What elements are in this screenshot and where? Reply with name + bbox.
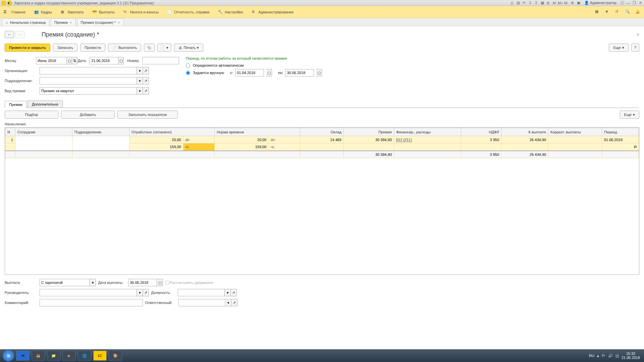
nav-back-button[interactable]: ← <box>5 31 14 38</box>
dropdown-icon[interactable]: ▾ <box>137 87 143 95</box>
tray-flag-icon[interactable]: 🏳 <box>602 354 605 358</box>
apps-icon[interactable]: ▦ <box>595 9 600 15</box>
tb-icon[interactable]: ↧ <box>534 1 539 5</box>
nav-forward-button[interactable]: → <box>15 31 25 38</box>
tb-icon[interactable]: ▦ <box>540 1 545 5</box>
cell-dept[interactable] <box>72 136 129 151</box>
pay-button[interactable]: 📄Выплатить <box>108 44 141 52</box>
search-icon[interactable]: 🔍 <box>625 9 631 15</box>
tab-bonus-create[interactable]: Премия (создание) *× <box>77 18 124 26</box>
section-admin[interactable]: ⚙Администрирование <box>252 10 293 14</box>
maximize-icon[interactable]: ❐ <box>632 1 637 5</box>
position-input[interactable] <box>178 289 225 296</box>
open-icon[interactable]: ↗ <box>143 87 149 95</box>
app-menu-dropdown-icon[interactable]: ▾ <box>7 1 12 5</box>
post-and-close-button[interactable]: Провести и закрыть <box>5 44 50 52</box>
col-corr[interactable]: Коррект. выплаты <box>548 128 602 136</box>
create-based-on-button[interactable]: 📄 ▾ <box>157 44 171 52</box>
tab-additional[interactable]: Дополнительно <box>28 101 63 108</box>
bonus-type-input[interactable] <box>40 87 137 95</box>
comment-input[interactable] <box>40 299 143 306</box>
dropdown-icon[interactable]: ▾ <box>137 67 143 74</box>
star-icon[interactable]: ★ <box>605 9 610 15</box>
payment-date-input[interactable] <box>128 279 157 286</box>
tray-net-icon[interactable]: ◫ <box>615 354 619 358</box>
current-user[interactable]: 👤 Администратор <box>582 1 619 5</box>
tb-icon[interactable]: ▥ <box>516 1 521 5</box>
taskbar-app[interactable]: ▶ <box>62 351 76 361</box>
tb-icon[interactable]: 🗓 <box>546 1 551 5</box>
add-button[interactable]: Добавить <box>61 111 115 119</box>
tab-bonuses[interactable]: Премии <box>5 101 27 108</box>
section-taxes[interactable]: %Налоги и взносы <box>123 10 159 14</box>
finance-link[interactable]: 012 (211) <box>396 138 412 142</box>
col-employee[interactable]: Сотрудник <box>15 128 72 136</box>
manager-input[interactable] <box>40 289 137 296</box>
cell-employee[interactable] <box>15 136 72 151</box>
tb-icon[interactable]: ⊕ <box>570 1 575 5</box>
table-row[interactable]: 1 20,00 дн. 20,00 дн. 14 469 30 384,90 0… <box>5 136 639 143</box>
section-salary[interactable]: ▦Зарплата <box>61 10 84 14</box>
minimize-icon[interactable]: — <box>626 1 631 5</box>
tray-up-icon[interactable]: ▴ <box>597 354 599 358</box>
taskbar-app[interactable]: 🎨 <box>109 351 122 361</box>
burger-icon[interactable]: ☰ <box>3 10 7 14</box>
taskbar-app[interactable]: 📁 <box>47 351 60 361</box>
payment-mode-input[interactable] <box>40 279 90 286</box>
accruals-table[interactable]: N Сотрудник Подразделение Отработано (оп… <box>5 127 639 275</box>
tb-icon[interactable]: M+ <box>558 1 563 5</box>
section-settings[interactable]: 🔧Настройка <box>218 10 243 14</box>
start-button[interactable]: ⊞ <box>3 350 14 361</box>
period-to-input[interactable] <box>285 69 314 76</box>
dropdown-icon[interactable]: ▾ <box>225 289 231 296</box>
close-icon[interactable]: ✕ <box>638 1 643 5</box>
calendar-icon[interactable]: ▢ <box>316 69 322 76</box>
col-salary[interactable]: Оклад <box>300 128 344 136</box>
info-icon[interactable]: ⓘ <box>620 1 625 5</box>
dept-input[interactable] <box>40 77 137 84</box>
fill-indicators-button[interactable]: Заполнить показатели <box>117 111 178 119</box>
tray-clock[interactable]: 15:32 21.06.2018 <box>622 352 641 360</box>
history-icon[interactable]: ↺ <box>615 9 621 15</box>
post-button[interactable]: Провести <box>80 44 105 52</box>
open-icon[interactable]: ↗ <box>143 67 149 74</box>
taskbar-app[interactable]: 🌐 <box>78 351 91 361</box>
tab-home[interactable]: Начальная страница <box>2 18 49 26</box>
tray-lang[interactable]: RU <box>589 354 594 358</box>
tb-icon[interactable]: ⎙ <box>510 1 515 5</box>
attach-button[interactable]: 📎 <box>144 44 155 52</box>
taskbar-app[interactable]: 🦊 <box>32 351 45 361</box>
col-finance[interactable]: Финансир., расходы <box>394 128 461 136</box>
number-input[interactable] <box>142 57 179 64</box>
col-norm[interactable]: Норма времени <box>215 128 300 136</box>
col-n[interactable]: N <box>5 128 15 136</box>
open-icon[interactable]: ↗ <box>143 77 149 84</box>
close-page-icon[interactable]: × <box>637 32 639 37</box>
col-dept[interactable]: Подразделение <box>72 128 129 136</box>
dropdown-icon[interactable]: ▾ <box>137 289 143 296</box>
col-bonus[interactable]: Премия <box>344 128 394 136</box>
section-payments[interactable]: 💳Выплаты <box>92 10 114 14</box>
bell-icon[interactable]: 🔔 <box>635 9 641 15</box>
section-personnel[interactable]: 👥Кадры <box>34 10 52 14</box>
close-icon[interactable]: × <box>70 20 72 24</box>
calendar-icon[interactable]: ▢ <box>157 279 163 286</box>
tray-sound-icon[interactable]: 🔊 <box>608 354 613 358</box>
tb-icon[interactable]: M- <box>564 1 569 5</box>
date-calendar-icon[interactable]: ▢ <box>118 57 124 64</box>
tab-bonuses-list[interactable]: Премии× <box>51 18 75 26</box>
tb-icon[interactable]: ▣ <box>576 1 581 5</box>
open-icon[interactable]: ↗ <box>231 289 237 296</box>
save-button[interactable]: Записать <box>53 44 77 52</box>
period-manual-radio[interactable] <box>186 71 190 75</box>
help-button[interactable]: ? <box>631 44 639 52</box>
dropdown-icon[interactable]: ▾ <box>137 77 143 84</box>
close-icon[interactable]: × <box>118 20 120 24</box>
col-topay[interactable]: К выплате <box>501 128 548 136</box>
col-worked[interactable]: Отработано (оплачено) <box>129 128 215 136</box>
dropdown-icon[interactable]: ▾ <box>225 299 231 306</box>
section-reports[interactable]: 📄Отчетность, справки <box>167 10 209 14</box>
open-icon[interactable]: ↗ <box>143 289 149 296</box>
tb-icon[interactable]: M <box>552 1 557 5</box>
pick-button[interactable]: Подбор <box>5 111 58 119</box>
